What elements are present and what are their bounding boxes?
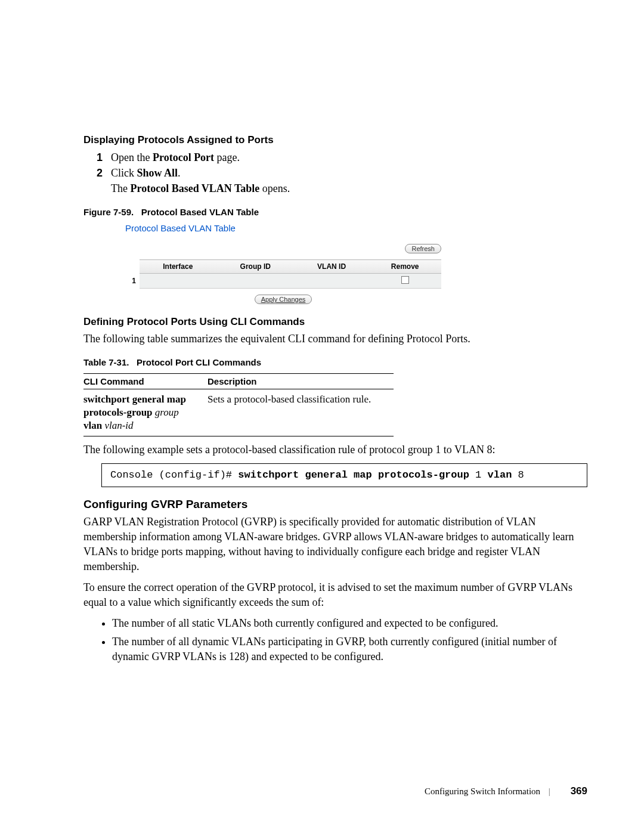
footer-page-number: 369 — [571, 785, 587, 797]
heading-configuring-gvrp: Configuring GVRP Parameters — [83, 498, 587, 511]
step-number: 2 — [95, 165, 103, 196]
step-body: Open the Protocol Port page. — [111, 150, 587, 165]
footer-separator: | — [549, 786, 550, 796]
code-example: Console (config-if)# switchport general … — [101, 463, 587, 487]
gvrp-bullet-list: The number of all static VLANs both curr… — [83, 616, 587, 664]
col-remove: Remove — [369, 260, 441, 274]
row-index: 1 — [125, 274, 140, 289]
page-footer: Configuring Switch Information | 369 — [425, 785, 587, 797]
cli-intro-paragraph: The following table summarizes the equiv… — [83, 332, 587, 346]
col-vlan-id: VLAN ID — [295, 260, 369, 274]
footer-chapter: Configuring Switch Information — [425, 786, 540, 796]
list-item: The number of all dynamic VLANs particip… — [112, 634, 587, 664]
cell-interface — [140, 274, 216, 289]
list-item: The number of all static VLANs both curr… — [112, 616, 587, 631]
vlan-table: Interface Group ID VLAN ID Remove 1 — [125, 259, 441, 289]
table-row: 1 — [125, 274, 441, 289]
heading-displaying-protocols: Displaying Protocols Assigned to Ports — [83, 134, 587, 146]
example-intro: The following example sets a protocol-ba… — [83, 442, 587, 457]
cell-group-id — [216, 274, 295, 289]
refresh-button[interactable]: Refresh — [405, 244, 441, 253]
th-cli-command: CLI Command — [83, 374, 208, 389]
col-blank — [125, 260, 140, 274]
cell-description: Sets a protocol-based classification rul… — [208, 389, 394, 436]
table-row: switchport general map protocols-group g… — [83, 389, 394, 436]
heading-defining-protocol-ports-cli: Defining Protocol Ports Using CLI Comman… — [83, 316, 587, 328]
cell-vlan-id — [295, 274, 369, 289]
steps-list: 1 Open the Protocol Port page. 2 Click S… — [83, 150, 587, 196]
step-number: 1 — [95, 150, 103, 165]
figure-inner-title: Protocol Based VLAN Table — [125, 223, 441, 233]
step-body: Click Show All. The Protocol Based VLAN … — [111, 165, 587, 196]
col-interface: Interface — [140, 260, 216, 274]
table-caption: Table 7-31. Protocol Port CLI Commands — [83, 357, 587, 367]
col-group-id: Group ID — [216, 260, 295, 274]
cell-command: switchport general map protocols-group g… — [83, 389, 208, 436]
step-2: 2 Click Show All. The Protocol Based VLA… — [83, 165, 587, 196]
remove-checkbox[interactable] — [401, 276, 409, 284]
gvrp-paragraph-2: To ensure the correct operation of the G… — [83, 580, 587, 610]
th-description: Description — [208, 374, 394, 389]
figure-protocol-based-vlan-table: Protocol Based VLAN Table Refresh Interf… — [125, 223, 441, 304]
step-1: 1 Open the Protocol Port page. — [83, 150, 587, 165]
figure-caption: Figure 7-59. Protocol Based VLAN Table — [83, 207, 587, 217]
apply-changes-button[interactable]: Apply Changes — [255, 295, 312, 304]
cli-commands-table: CLI Command Description switchport gener… — [83, 373, 394, 436]
cell-remove — [369, 274, 441, 289]
gvrp-paragraph-1: GARP VLAN Registration Protocol (GVRP) i… — [83, 515, 587, 574]
